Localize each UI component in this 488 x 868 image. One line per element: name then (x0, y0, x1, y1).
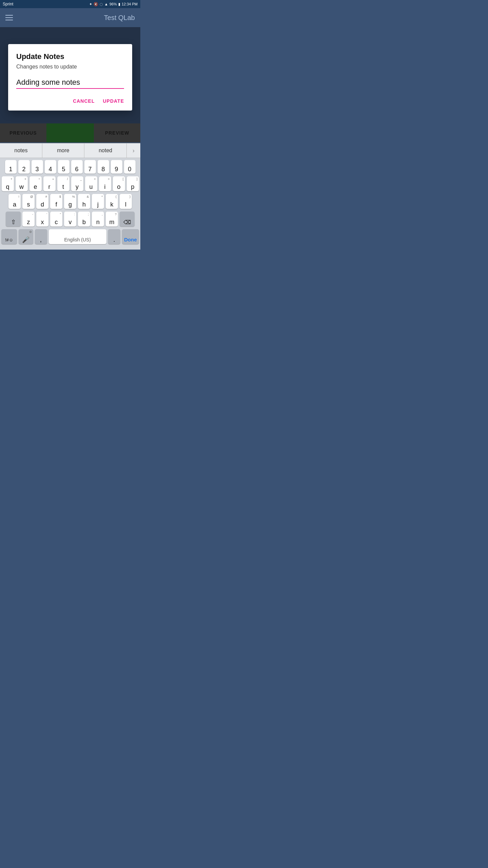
notes-input-container (16, 78, 124, 89)
key-8[interactable]: 8 (98, 160, 109, 174)
update-notes-dialog: Update Notes Changes notes to update CAN… (8, 44, 132, 111)
key-y[interactable]: _y (71, 176, 83, 191)
key-7[interactable]: 7 (84, 160, 96, 174)
battery-label: 96% (109, 2, 117, 6)
backspace-key[interactable]: ⌫ (120, 212, 135, 226)
menu-button[interactable] (5, 15, 13, 20)
comma-key[interactable]: , (35, 229, 47, 244)
period-key[interactable]: . (108, 229, 120, 244)
cancel-button[interactable]: CANCEL (73, 97, 95, 105)
background-content: PREVIOUS PREVIEW Update Notes Changes no… (0, 27, 140, 142)
autocomplete-expand[interactable]: › (127, 147, 140, 154)
hamburger-line1 (5, 15, 13, 16)
autocomplete-notes[interactable]: notes (0, 143, 42, 158)
wifi-icon: ◌ (100, 2, 103, 6)
key-x[interactable]: 'x (36, 212, 48, 226)
app-bar: Test QLab (0, 8, 140, 27)
dialog-subtitle: Changes notes to update (16, 64, 124, 70)
autocomplete-noted[interactable]: noted (84, 143, 127, 158)
key-m[interactable]: ?m (106, 212, 118, 226)
key-w[interactable]: ×w (16, 176, 28, 191)
key-1[interactable]: 1 (5, 160, 17, 174)
key-d[interactable]: #d (36, 194, 48, 209)
asdf-row: !a @s #d $f %g &h *j (k )l (1, 194, 139, 209)
key-f[interactable]: $f (50, 194, 62, 209)
time-label: 12:34 PM (122, 2, 138, 6)
mic-key[interactable]: 🎤 ⚙ (19, 229, 33, 244)
dialog-actions: CANCEL UPDATE (16, 97, 124, 105)
mute-icon: 🔇 (94, 2, 98, 6)
autocomplete-bar: notes more noted › (0, 143, 140, 158)
key-3[interactable]: 3 (32, 160, 43, 174)
space-key[interactable]: English (US) (49, 229, 106, 244)
signal-icon: ▲ (104, 2, 108, 6)
key-0[interactable]: 0 (124, 160, 136, 174)
carrier-label: Sprint (3, 2, 13, 6)
done-key[interactable]: Done (122, 229, 139, 244)
key-a[interactable]: !a (8, 194, 21, 209)
key-4[interactable]: 4 (45, 160, 56, 174)
key-9[interactable]: 9 (111, 160, 122, 174)
shift-key[interactable]: ⇧ (6, 212, 21, 226)
keyboard-bottom (0, 247, 140, 250)
key-b[interactable]: ;b (78, 212, 90, 226)
number-row: 1 2 3 4 5 6 7 8 9 0 (1, 160, 139, 174)
key-z[interactable]: -z (22, 212, 35, 226)
key-6[interactable]: 6 (71, 160, 83, 174)
bluetooth-icon: ✦ (89, 2, 92, 6)
status-bar: Sprint ✦ 🔇 ◌ ▲ 96% ▮ 12:34 PM (0, 0, 140, 8)
keyboard: notes more noted › 1 2 3 4 5 6 7 8 9 0 +… (0, 143, 140, 250)
key-e[interactable]: ÷e (29, 176, 42, 191)
key-v[interactable]: :v (64, 212, 76, 226)
dialog-title: Update Notes (16, 52, 124, 61)
key-c[interactable]: "c (50, 212, 62, 226)
bottom-row: !#☺ 🎤 ⚙ , English (US) . Done (1, 229, 139, 244)
hamburger-line3 (5, 20, 13, 20)
key-5[interactable]: 5 (58, 160, 69, 174)
key-2[interactable]: 2 (18, 160, 30, 174)
keyboard-rows: 1 2 3 4 5 6 7 8 9 0 +q ×w ÷e =r /t _y <u… (0, 158, 140, 244)
app-title: Test QLab (104, 14, 135, 22)
key-q[interactable]: +q (2, 176, 14, 191)
key-i[interactable]: >i (99, 176, 111, 191)
notes-input[interactable] (16, 78, 124, 87)
key-h[interactable]: &h (78, 194, 90, 209)
autocomplete-more[interactable]: more (42, 143, 85, 158)
status-icons: ✦ 🔇 ◌ ▲ 96% ▮ 12:34 PM (89, 2, 138, 6)
key-u[interactable]: <u (85, 176, 97, 191)
key-s[interactable]: @s (22, 194, 35, 209)
qwerty-row: +q ×w ÷e =r /t _y <u >i [o ]p (1, 176, 139, 191)
key-l[interactable]: )l (120, 194, 132, 209)
update-button[interactable]: UPDATE (103, 97, 124, 105)
key-p[interactable]: ]p (127, 176, 139, 191)
zxcv-row: ⇧ -z 'x "c :v ;b ,n ?m ⌫ (1, 212, 139, 226)
key-r[interactable]: =r (43, 176, 56, 191)
key-n[interactable]: ,n (92, 212, 104, 226)
key-t[interactable]: /t (57, 176, 69, 191)
symbols-key[interactable]: !#☺ (1, 229, 17, 244)
hamburger-line2 (5, 17, 13, 18)
key-k[interactable]: (k (106, 194, 118, 209)
battery-icon: ▮ (118, 2, 120, 6)
key-g[interactable]: %g (64, 194, 76, 209)
key-j[interactable]: *j (92, 194, 104, 209)
key-o[interactable]: [o (113, 176, 125, 191)
